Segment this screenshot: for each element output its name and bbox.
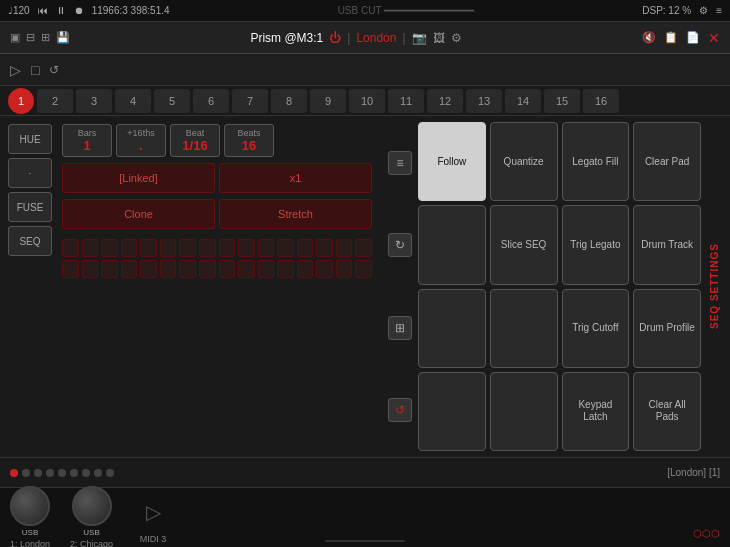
clone-cell[interactable]: Clone xyxy=(62,199,215,229)
copy-icon[interactable]: 📋 xyxy=(664,31,678,44)
track-2[interactable]: 2 xyxy=(37,89,73,113)
track-13[interactable]: 13 xyxy=(466,89,502,113)
step-pad-23[interactable] xyxy=(179,260,196,278)
step-pad-29[interactable] xyxy=(297,260,314,278)
save-icon[interactable]: 💾 xyxy=(56,31,70,44)
clear-all-pads-button[interactable]: Clear All Pads xyxy=(633,372,701,451)
track-3[interactable]: 3 xyxy=(76,89,112,113)
fuse-button[interactable]: FUSE xyxy=(8,192,52,222)
track-14[interactable]: 14 xyxy=(505,89,541,113)
step-pad-24[interactable] xyxy=(199,260,216,278)
london-knob[interactable] xyxy=(10,486,50,526)
settings-icon[interactable]: ⚙ xyxy=(699,5,708,16)
loop-button[interactable]: ↺ xyxy=(49,63,59,77)
step-pad-1[interactable] xyxy=(62,239,79,257)
step-pad-20[interactable] xyxy=(121,260,138,278)
track-10[interactable]: 10 xyxy=(349,89,385,113)
step-pad-5[interactable] xyxy=(140,239,157,257)
image-icon[interactable]: 🖼 xyxy=(433,31,445,45)
follow-button[interactable]: Follow xyxy=(418,122,486,201)
step-pad-13[interactable] xyxy=(297,239,314,257)
hue-button[interactable]: HUE xyxy=(8,124,52,154)
keypad-latch-button[interactable]: Keypad Latch xyxy=(562,372,630,451)
step-pad-32[interactable] xyxy=(355,260,372,278)
track-7[interactable]: 7 xyxy=(232,89,268,113)
close-button[interactable]: ✕ xyxy=(708,30,720,46)
trig-legato-button[interactable]: Trig Legato xyxy=(562,205,630,284)
quantize-button[interactable]: Quantize xyxy=(490,122,558,201)
menu-icon[interactable]: ≡ xyxy=(716,5,722,16)
trig-cutoff-button[interactable]: Trig Cutoff xyxy=(562,289,630,368)
camera-icon[interactable]: 📷 xyxy=(412,31,427,45)
seq-button[interactable]: SEQ xyxy=(8,226,52,256)
stretch-cell[interactable]: Stretch xyxy=(219,199,372,229)
step-pad-8[interactable] xyxy=(199,239,216,257)
linked-cell[interactable]: [Linked] xyxy=(62,163,215,193)
dot-button[interactable]: · xyxy=(8,158,52,188)
gear-icon[interactable]: ⚙ xyxy=(451,31,462,45)
step-pad-4[interactable] xyxy=(121,239,138,257)
track-15[interactable]: 15 xyxy=(544,89,580,113)
mute-icon[interactable]: 🔇 xyxy=(642,31,656,44)
empty-btn-2[interactable] xyxy=(418,289,486,368)
empty-btn-5[interactable] xyxy=(490,372,558,451)
drum-track-button[interactable]: Drum Track xyxy=(633,205,701,284)
paste-icon[interactable]: 📄 xyxy=(686,31,700,44)
step-pad-6[interactable] xyxy=(160,239,177,257)
play-button[interactable]: ▷ xyxy=(10,62,21,78)
beats-param[interactable]: Beats 16 xyxy=(224,124,274,157)
track-1[interactable]: 1 xyxy=(8,88,34,114)
beat-param[interactable]: Beat 1/16 xyxy=(170,124,220,157)
loop-center-icon[interactable]: ↺ xyxy=(388,398,412,422)
step-pad-15[interactable] xyxy=(336,239,353,257)
power-icon[interactable]: ⏻ xyxy=(329,31,341,45)
step-pad-21[interactable] xyxy=(140,260,157,278)
step-pad-19[interactable] xyxy=(101,260,118,278)
transport-record[interactable]: ⏺ xyxy=(74,5,84,16)
empty-btn-3[interactable] xyxy=(490,289,558,368)
step-pad-2[interactable] xyxy=(82,239,99,257)
step-pad-11[interactable] xyxy=(258,239,275,257)
step-pad-17[interactable] xyxy=(62,260,79,278)
track-12[interactable]: 12 xyxy=(427,89,463,113)
transport-back[interactable]: ⏮ xyxy=(38,5,48,16)
step-pad-3[interactable] xyxy=(101,239,118,257)
step-pad-7[interactable] xyxy=(179,239,196,257)
empty-btn-1[interactable] xyxy=(418,205,486,284)
grid-center-icon[interactable]: ⊞ xyxy=(388,316,412,340)
step-pad-18[interactable] xyxy=(82,260,99,278)
step-pad-12[interactable] xyxy=(277,239,294,257)
x1-cell[interactable]: x1 xyxy=(219,163,372,193)
step-pad-26[interactable] xyxy=(238,260,255,278)
slice-seq-button[interactable]: Slice SEQ xyxy=(490,205,558,284)
bars-param[interactable]: Bars 1 xyxy=(62,124,112,157)
step-pad-16[interactable] xyxy=(355,239,372,257)
track-4[interactable]: 4 xyxy=(115,89,151,113)
step-pad-22[interactable] xyxy=(160,260,177,278)
step-pad-9[interactable] xyxy=(219,239,236,257)
step-pad-30[interactable] xyxy=(316,260,333,278)
step-pad-31[interactable] xyxy=(336,260,353,278)
top-bar-center: USB CUT ━━━━━━━━━━━━━━━ xyxy=(338,5,475,16)
empty-btn-4[interactable] xyxy=(418,372,486,451)
track-11[interactable]: 11 xyxy=(388,89,424,113)
track-5[interactable]: 5 xyxy=(154,89,190,113)
step-pad-27[interactable] xyxy=(258,260,275,278)
track-9[interactable]: 9 xyxy=(310,89,346,113)
menu-center-icon[interactable]: ≡ xyxy=(388,151,412,175)
legato-fill-button[interactable]: Legato Fill xyxy=(562,122,630,201)
clear-pad-button[interactable]: Clear Pad xyxy=(633,122,701,201)
step-pad-25[interactable] xyxy=(219,260,236,278)
step-pad-10[interactable] xyxy=(238,239,255,257)
step-pad-28[interactable] xyxy=(277,260,294,278)
track-16[interactable]: 16 xyxy=(583,89,619,113)
step-pad-14[interactable] xyxy=(316,239,333,257)
track-8[interactable]: 8 xyxy=(271,89,307,113)
stop-button[interactable]: □ xyxy=(31,62,39,78)
sixteenths-param[interactable]: +16ths . xyxy=(116,124,166,157)
chicago-knob[interactable] xyxy=(72,486,112,526)
track-6[interactable]: 6 xyxy=(193,89,229,113)
transport-play[interactable]: ⏸ xyxy=(56,5,66,16)
drum-profile-button[interactable]: Drum Profile xyxy=(633,289,701,368)
refresh-center-icon[interactable]: ↻ xyxy=(388,233,412,257)
